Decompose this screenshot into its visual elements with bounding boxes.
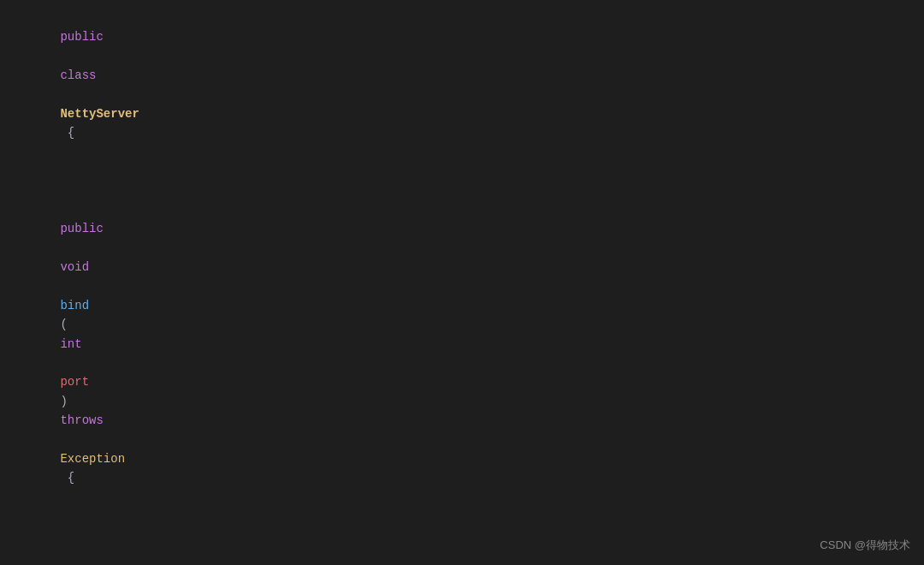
keyword-class: class bbox=[60, 68, 96, 82]
keyword-public: public bbox=[60, 30, 103, 44]
watermark: CSDN @得物技术 bbox=[820, 537, 910, 555]
code-line-3: public void bind ( int port ) throws Exc… bbox=[0, 181, 924, 508]
code-editor: public class NettyServer { public void b… bbox=[0, 0, 924, 565]
code-line-5: EventLoopGroup bossGroup = new NioEventL… bbox=[0, 526, 924, 565]
code-line-1: public class NettyServer { bbox=[0, 9, 924, 162]
class-name: NettyServer bbox=[60, 107, 139, 121]
code-line-2 bbox=[0, 162, 924, 181]
code-line-4 bbox=[0, 507, 924, 526]
